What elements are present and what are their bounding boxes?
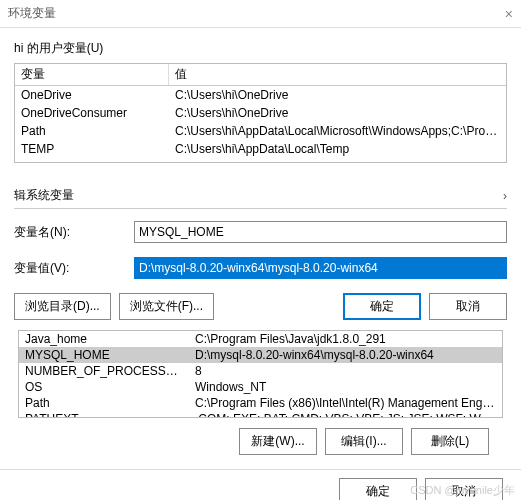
table-row[interactable]: PATHEXT.COM;.EXE;.BAT;.CMD;.VBS;.VBE;.JS… [19,411,502,418]
cell-name: OS [19,379,189,395]
edit-dialog-title-row: 辑系统变量 › [14,183,507,209]
cell-name: Java_home [19,331,189,347]
cell-name: OneDrive [15,86,169,104]
table-row[interactable]: TEMPC:\Users\hi\AppData\Local\Temp [15,140,506,158]
var-name-label: 变量名(N): [14,224,134,241]
cell-name: MYSQL_HOME [19,347,189,363]
chevron-right-icon[interactable]: › [503,189,507,203]
dialog-ok-button[interactable]: 确定 [339,478,417,500]
table-header: 变量 值 [15,64,506,86]
table-row[interactable]: MYSQL_HOMED:\mysql-8.0.20-winx64\mysql-8… [19,347,502,363]
cell-value: C:\Program Files (x86)\Intel\Intel(R) Ma… [189,395,502,411]
close-icon[interactable]: × [505,6,513,22]
cell-name: NUMBER_OF_PROCESSORS [19,363,189,379]
watermark: CSDN @juvenile少年 [410,483,515,498]
cell-value: C:\Users\hi\AppData\Local\Temp [169,140,506,158]
browse-dir-button[interactable]: 浏览目录(D)... [14,293,111,320]
cell-value: C:\Users\hi\OneDrive [169,86,506,104]
cell-name: PATHEXT [19,411,189,418]
browse-file-button[interactable]: 浏览文件(F)... [119,293,214,320]
delete-button[interactable]: 删除(L) [411,428,489,455]
table-row[interactable]: OneDriveConsumerC:\Users\hi\OneDrive [15,104,506,122]
cell-value: Windows_NT [189,379,502,395]
cell-value: C:\Users\hi\AppData\Local\Microsoft\Wind… [169,122,506,140]
table-row[interactable]: Java_homeC:\Program Files\Java\jdk1.8.0_… [19,331,502,347]
table-row[interactable]: PathC:\Users\hi\AppData\Local\Microsoft\… [15,122,506,140]
cell-value: D:\mysql-8.0.20-winx64\mysql-8.0.20-winx… [189,347,502,363]
main-content: hi 的用户变量(U) 变量 值 OneDriveC:\Users\hi\One… [0,28,521,465]
table-row[interactable]: OneDriveC:\Users\hi\OneDrive [15,86,506,104]
cell-value: 8 [189,363,502,379]
cell-value: C:\Users\hi\OneDrive [169,104,506,122]
cell-value: C:\Users\hi\AppData\Local\Temp [169,158,506,163]
cell-name: Path [19,395,189,411]
cell-value: .COM;.EXE;.BAT;.CMD;.VBS;.VBE;.JS;.JSE;.… [189,411,502,418]
titlebar: 环境变量 × [0,0,521,28]
user-vars-title: hi 的用户变量(U) [14,40,507,57]
cell-name: OneDriveConsumer [15,104,169,122]
edit-dialog: 辑系统变量 › 变量名(N): 变量值(V): D:\mysql-8.0.20-… [14,183,507,320]
header-name[interactable]: 变量 [15,64,169,85]
edit-button[interactable]: 编辑(I)... [325,428,403,455]
system-vars-buttons: 新建(W)... 编辑(I)... 删除(L) [14,418,507,465]
table-row[interactable]: NUMBER_OF_PROCESSORS8 [19,363,502,379]
table-row[interactable]: PathC:\Program Files (x86)\Intel\Intel(R… [19,395,502,411]
ok-button[interactable]: 确定 [343,293,421,320]
var-value-input[interactable]: D:\mysql-8.0.20-winx64\mysql-8.0.20-winx… [134,257,507,279]
user-vars-table[interactable]: 变量 值 OneDriveC:\Users\hi\OneDriveOneDriv… [14,63,507,163]
header-value[interactable]: 值 [169,64,506,85]
edit-dialog-title: 辑系统变量 [14,187,74,204]
edit-button-row: 浏览目录(D)... 浏览文件(F)... 确定 取消 [14,293,507,320]
cell-name: TMP [15,158,169,163]
table-row[interactable]: TMPC:\Users\hi\AppData\Local\Temp [15,158,506,163]
var-name-input[interactable] [134,221,507,243]
window-title: 环境变量 [8,5,56,22]
cancel-button[interactable]: 取消 [429,293,507,320]
cell-value: C:\Program Files\Java\jdk1.8.0_291 [189,331,502,347]
system-vars-table[interactable]: Java_homeC:\Program Files\Java\jdk1.8.0_… [18,330,503,418]
var-value-label: 变量值(V): [14,260,134,277]
new-button[interactable]: 新建(W)... [239,428,317,455]
table-row[interactable]: OSWindows_NT [19,379,502,395]
cell-name: Path [15,122,169,140]
edit-form: 变量名(N): 变量值(V): D:\mysql-8.0.20-winx64\m… [14,209,507,320]
cell-name: TEMP [15,140,169,158]
